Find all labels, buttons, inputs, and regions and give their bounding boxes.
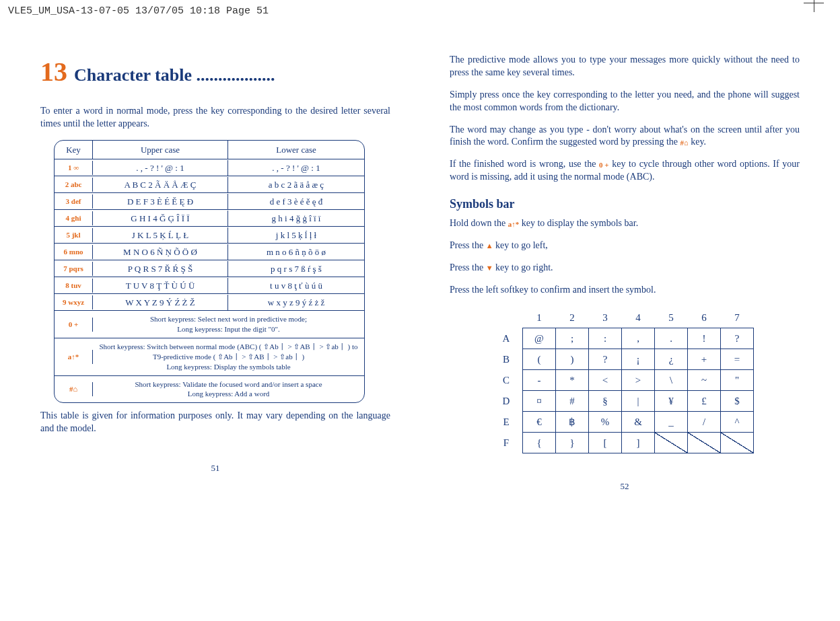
chapter-title-text: Character table .................. xyxy=(74,63,275,87)
key-label: 5 jkl xyxy=(55,228,93,242)
grid-cell: ; xyxy=(556,328,589,349)
left-page: 13 Character table .................. To… xyxy=(40,54,390,492)
crop-marks xyxy=(800,3,824,17)
key-label: #⌂ xyxy=(55,382,93,396)
key-label: a↑* xyxy=(55,350,93,364)
s2-text-a: Press the xyxy=(450,240,486,250)
table-row: 9 wxyzW X Y Z 9 Ý Ź Ż Žw x y z 9 ý ź ż ž xyxy=(55,293,364,310)
table-row: 8 tuvT U V 8 Ţ Ť Ù Ú Üt u v 8 ţ ť ù ú ü xyxy=(55,277,364,293)
s1-text-a: Hold down the xyxy=(450,218,508,228)
upper-chars: G H I 4 Ğ Ģ Î Ï Ī xyxy=(93,211,228,227)
grid-cell: ! xyxy=(688,328,721,349)
lower-chars: t u v 8 ţ ť ù ú ü xyxy=(228,278,364,294)
chapter-heading: 13 Character table .................. xyxy=(40,54,390,90)
grid-cell: & xyxy=(622,411,655,432)
key-label: 8 tuv xyxy=(55,279,93,293)
upper-chars: W X Y Z 9 Ý Ź Ż Ž xyxy=(93,295,228,311)
grid-cell: £ xyxy=(688,390,721,411)
s3-text-a: Press the xyxy=(450,262,486,272)
table-row: 4 ghiG H I 4 Ğ Ģ Î Ï Īg h i 4 ğ ģ î ï ī xyxy=(55,209,364,226)
grid-cell: , xyxy=(622,328,655,349)
grid-cell: ¥ xyxy=(655,390,688,411)
grid-cell: @ xyxy=(523,328,556,349)
grid-cell: } xyxy=(556,432,589,453)
grid-row-header: A xyxy=(490,328,523,349)
grid-row-header: D xyxy=(490,390,523,411)
upper-chars: M N O 6 Ñ Ņ Õ Ö Ø xyxy=(93,244,228,260)
grid-cell: * xyxy=(556,369,589,390)
star-key-icon: a↑* xyxy=(508,219,520,229)
upper-chars: J K L 5 Ķ Ĺ Ļ Ł xyxy=(93,227,228,244)
lower-chars: j k l 5 ķ ĺ ļ ł xyxy=(228,227,364,244)
lower-chars: p q r s 7 ß ŕ ş š xyxy=(228,261,364,277)
p3-text-a: The word may change as you type - don't … xyxy=(450,124,800,147)
grid-col-header: 4 xyxy=(622,307,655,328)
grid-col-header: 7 xyxy=(721,307,754,328)
grid-cell: ] xyxy=(622,432,655,453)
upper-chars: P Q R S 7 Ř Ŕ Ş Š xyxy=(93,261,228,277)
grid-cell: \ xyxy=(655,369,688,390)
key-description: Short keypress: Select next word in pred… xyxy=(93,311,364,338)
s1-text-b: key to display the symbols bar. xyxy=(522,218,638,228)
lower-chars: w x y z 9 ý ź ż ž xyxy=(228,295,364,311)
key-description: Short keypress: Switch between normal mo… xyxy=(93,338,364,375)
grid-col-header: 2 xyxy=(556,307,589,328)
symbols-p1: Hold down the a↑* key to display the sym… xyxy=(450,217,800,230)
grid-cell: / xyxy=(688,411,721,432)
symbols-grid-wrap: 1234567A@;:,.!?B()?¡¿+=C-*<>\~"D¤#§|¥£$E… xyxy=(490,307,800,453)
symbols-bar-heading: Symbols bar xyxy=(450,196,800,212)
symbols-p2: Press the ▲ key to go left, xyxy=(450,240,800,252)
hash-key-icon: #⌂ xyxy=(680,138,689,148)
s3-text-b: key to go right. xyxy=(495,262,553,272)
grid-cell: $ xyxy=(721,390,754,411)
table-footnote: This table is given for information purp… xyxy=(40,410,390,435)
zero-key-icon: 0 + xyxy=(599,160,609,170)
upper-chars: T U V 8 Ţ Ť Ù Ú Ü xyxy=(93,278,228,294)
grid-cell: # xyxy=(556,390,589,411)
predictive-p2: Simply press once the key corresponding … xyxy=(450,89,800,114)
down-arrow-icon: ▼ xyxy=(486,263,493,273)
grid-row-header: E xyxy=(490,411,523,432)
page-spread: 13 Character table .................. To… xyxy=(0,0,840,492)
up-arrow-icon: ▲ xyxy=(486,241,493,251)
grid-cell: ( xyxy=(523,349,556,369)
grid-cell: > xyxy=(622,369,655,390)
grid-cell: ฿ xyxy=(556,411,589,432)
key-label: 9 wxyz xyxy=(55,295,93,309)
upper-chars: D E F 3 È É Ě Ę Đ xyxy=(93,194,228,210)
grid-cell: . xyxy=(655,328,688,349)
grid-cell: ) xyxy=(556,349,589,369)
grid-cell: ? xyxy=(589,349,622,369)
upper-chars: A B C 2 Ã Ä Å Æ Ç xyxy=(93,177,228,193)
grid-cell: ^ xyxy=(721,411,754,432)
lower-chars: a b c 2 ã ä å æ ç xyxy=(228,177,364,193)
symbols-p4: Press the left softkey to confirm and in… xyxy=(450,284,800,297)
table-row: 3 defD E F 3 È É Ě Ę Đd e f 3 è é ě ę đ xyxy=(55,192,364,209)
grid-cell: - xyxy=(523,369,556,390)
table-row-special: #⌂Short keypress: Validate the focused w… xyxy=(55,375,364,403)
grid-cell: + xyxy=(688,349,721,369)
grid-row-header: B xyxy=(490,349,523,369)
key-label: 7 pqrs xyxy=(55,262,93,276)
key-label: 1 ∞ xyxy=(55,161,93,175)
grid-cell: ¤ xyxy=(523,390,556,411)
grid-row-header: F xyxy=(490,432,523,453)
grid-cell: _ xyxy=(655,411,688,432)
grid-cell: [ xyxy=(589,432,622,453)
intro-paragraph: To enter a word in normal mode, press th… xyxy=(40,105,390,131)
table-row: 2 abcA B C 2 Ã Ä Å Æ Ça b c 2 ã ä å æ ç xyxy=(55,176,364,192)
symbols-grid: 1234567A@;:,.!?B()?¡¿+=C-*<>\~"D¤#§|¥£$E… xyxy=(490,307,754,453)
grid-col-header: 3 xyxy=(589,307,622,328)
table-row: 5 jklJ K L 5 Ķ Ĺ Ļ Łj k l 5 ķ ĺ ļ ł xyxy=(55,226,364,243)
grid-cell: { xyxy=(523,432,556,453)
predictive-p1: The predictive mode allows you to type y… xyxy=(450,54,800,79)
p4-text-a: If the finished word is wrong, use the xyxy=(450,159,599,169)
table-header-lower: Lower case xyxy=(228,141,364,159)
character-table: KeyUpper caseLower case1 ∞. , - ? ! ' @ … xyxy=(54,140,365,403)
key-label: 2 abc xyxy=(55,178,93,192)
key-label: 6 mno xyxy=(55,245,93,259)
table-row: 7 pqrsP Q R S 7 Ř Ŕ Ş Šp q r s 7 ß ŕ ş š xyxy=(55,260,364,277)
predictive-p3: The word may change as you type - don't … xyxy=(450,124,800,149)
grid-cell-empty xyxy=(688,432,721,453)
upper-chars: . , - ? ! ' @ : 1 xyxy=(93,160,228,176)
